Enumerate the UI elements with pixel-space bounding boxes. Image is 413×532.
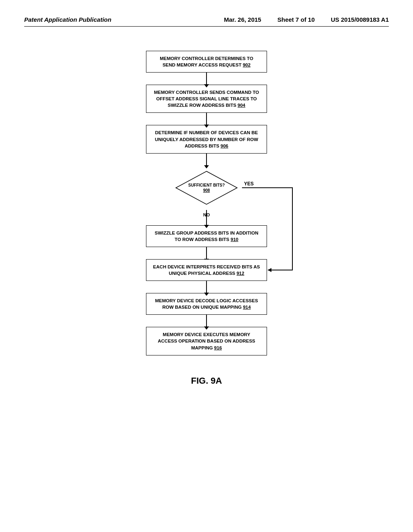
flowchart-box-902: MEMORY CONTROLLER DETERMINES TO SEND MEM… [146,51,267,73]
publication-text: Patent Application Publication [24,16,111,23]
ref-906: 906 [221,143,228,148]
ref-902: 902 [243,62,250,67]
ref-914: 914 [243,305,250,310]
page-header: Patent Application Publication Mar. 26, … [24,16,389,27]
diamond-908: SUFFICIENT BITS? 908 [174,170,239,206]
header-meta: Mar. 26, 2015 Sheet 7 of 10 US 2015/0089… [224,16,389,23]
arrow-6 [206,281,207,293]
ref-916: 916 [214,345,222,350]
patent-number: US 2015/0089183 A1 [331,16,389,23]
ref-910: 910 [231,237,238,242]
arrow-4 [206,210,207,225]
figure-title: FIG. 9A [191,376,222,386]
ref-912: 912 [236,271,244,276]
flowchart-box-906: DETERMINE IF NUMBER OF DEVICES CAN BE UN… [146,125,267,153]
diamond-label-908: SUFFICIENT BITS? 908 [186,183,227,193]
diamond-section: SUFFICIENT BITS? 908 YES NO [106,166,307,210]
page: Patent Application Publication Mar. 26, … [0,0,413,532]
ref-908: 908 [203,188,210,193]
flowchart-box-904: MEMORY CONTROLLER SENDS COMMAND TO OFFSE… [146,85,267,113]
flowchart-box-914: MEMORY DEVICE DECODE LOGIC ACCESSES ROW … [146,293,267,315]
sheet-info: Sheet 7 of 10 [277,16,315,23]
ref-904: 904 [238,103,245,108]
flowchart-box-910: SWIZZLE GROUP ADDRESS BITS IN ADDITION T… [146,225,267,247]
box-912-section: EACH DEVICE INTERPRETS RECEIVED BITS AS … [106,259,307,281]
publication-label: Patent Application Publication [24,16,111,23]
flowchart-box-912: EACH DEVICE INTERPRETS RECEIVED BITS AS … [146,259,267,281]
arrow-3 [206,154,207,166]
arrow-1 [206,73,207,85]
arrow-5 [206,247,207,259]
arrow-2 [206,113,207,125]
publication-date: Mar. 26, 2015 [224,16,261,23]
flowchart-box-916: MEMORY DEVICE EXECUTES MEMORY ACCESS OPE… [146,327,267,355]
flowchart: MEMORY CONTROLLER DETERMINES TO SEND MEM… [24,51,389,386]
arrow-7 [206,315,207,327]
